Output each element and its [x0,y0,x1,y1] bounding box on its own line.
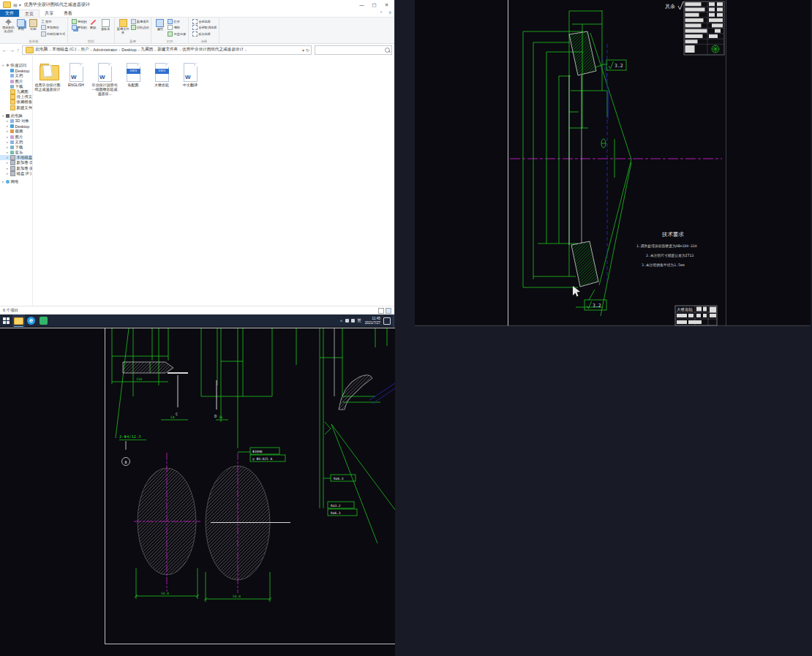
forward-icon[interactable]: → [10,48,15,53]
back-icon[interactable]: ← [2,48,7,53]
quick-access-toolbar-icon[interactable]: ▤ [13,2,18,7]
technical-requirements: 技术要求 1.调质处理后齿面硬度为HB=180-210 2.未注明尺寸精度公差为… [636,231,697,268]
maximize-button[interactable]: ▢ [368,1,380,10]
delete-button[interactable]: 删除 [87,18,99,30]
file-item-doc[interactable]: W 中文翻译 [177,63,203,87]
cut-button[interactable]: 剪切 [41,18,65,25]
history-button[interactable]: 历史记录 [168,31,186,37]
sidebar-item-desktop[interactable]: ▸Desktop [0,124,32,129]
paste-shortcut-button[interactable]: 粘贴快捷方式 [41,31,65,37]
svg-text:Φ30H8: Φ30H8 [252,450,263,453]
rename-button[interactable]: 重命名 [99,18,112,31]
tray-network-icon[interactable] [345,319,349,323]
tab-home[interactable]: 主页 [19,10,40,17]
invert-selection-button[interactable]: 反向选择 [192,31,217,37]
folder-icon [40,65,59,80]
breadcrumb-segment[interactable]: 用户 [80,47,89,53]
details-view-icon[interactable] [378,308,384,314]
select-all-button[interactable]: 全部选择 [192,18,217,25]
tab-spacer [78,10,377,17]
select-none-button[interactable]: 全部取消选择 [192,25,217,31]
minimize-button[interactable]: — [356,1,368,10]
sidebar-item-desktop[interactable]: Desktop [0,68,32,73]
new-folder-button[interactable]: 新建文件夹 [117,18,129,34]
sidebar-quick-access[interactable]: ▾快速访问 [0,63,32,68]
address-dropdown-icon[interactable]: ▾ [302,48,304,53]
breadcrumb-segment[interactable]: 此电脑 [35,47,49,53]
sidebar-item-pictures[interactable]: ▸图片 [0,134,32,139]
sidebar-item-3d-objects[interactable]: ▸3D 对象 [0,118,32,124]
file-item-doc[interactable]: W 毕业设计说明书一级圆锥齿轮减速器设... [91,63,118,96]
easy-access-button[interactable]: 轻松访问 [131,25,149,31]
copy-path-button[interactable]: 复制路径 [41,25,65,31]
collapse-ribbon-icon[interactable]: ⌃ [377,10,386,17]
sidebar-item-volume-e[interactable]: ▸新加卷 (E:) [0,166,32,171]
refresh-icon[interactable]: ↻ [306,48,309,53]
sidebar-item-folder[interactable]: 收藏模板大概图纸 [0,99,32,105]
move-to-icon [72,19,77,24]
breadcrumb-segment[interactable]: 九藏图 [140,47,154,53]
file-item-doc[interactable]: W ENGLISH [63,63,89,87]
sidebar-item-local-disk-c[interactable]: ▸本地磁盘 (C:) [0,155,32,160]
sidebar-item-documents[interactable]: ▸文档 [0,140,32,145]
file-item-folder[interactable]: 优秀毕业设计图纸之减速器设计 [34,63,61,91]
tab-view[interactable]: 查看 [59,10,78,17]
sidebar-item-videos[interactable]: ▸视频 [0,129,32,134]
navigation-pane: ▾快速访问 Desktop 文档 图片 下载 九藏图 待上传文件 收藏模板大概图… [0,54,33,306]
select-none-icon [192,25,198,30]
breadcrumb-segment[interactable]: 新建文件夹 [157,47,178,53]
breadcrumb[interactable]: 此电脑› 本地磁盘 (C:)› 用户› Administrator› Deskt… [22,45,312,55]
quick-access-dropdown-icon[interactable]: ▾ [19,2,21,7]
new-item-button[interactable]: 新建项目 [131,18,149,25]
large-icons-view-icon[interactable] [386,308,391,314]
file-item-dwg[interactable]: DWG 装配图 [120,63,146,87]
breadcrumb-segment[interactable]: 本地磁盘 (C:) [51,47,77,53]
search-input[interactable] [315,45,392,55]
ime-indicator[interactable]: 英 [356,318,363,323]
sidebar-item-folder[interactable]: 待上传文件 [0,94,32,99]
tray-expand-icon[interactable]: ˄ [339,319,345,323]
breadcrumb-segment[interactable]: 优秀毕业设计图纸代之减速器设计 [181,47,244,53]
sidebar-item-downloads[interactable]: 下载 [0,84,32,89]
surface-finish-note: 其余 [665,1,683,10]
tray-volume-icon[interactable] [351,319,355,323]
copy-to-button[interactable]: 复制到 [72,25,87,31]
breadcrumb-segment[interactable]: Administrator [92,48,118,52]
taskbar-file-explorer[interactable] [12,314,25,327]
history-icon [168,31,173,37]
properties-button[interactable]: 属性 [154,18,166,31]
clock[interactable]: 11:45 2021/7/27 [363,317,383,325]
sidebar-item-disk-f[interactable]: ▸磁盘 (F:) [0,171,32,176]
taskbar-edge[interactable]: e [25,314,37,327]
new-folder-icon [119,19,127,27]
edit-button[interactable]: 编辑 [168,25,186,31]
sidebar-item-folder[interactable]: 新建文件夹 [0,105,32,110]
sidebar-network[interactable]: ▸网络 [0,179,32,184]
action-center-icon[interactable] [383,317,391,325]
sidebar-item-pictures[interactable]: 图片 [0,79,32,84]
sidebar-item-documents[interactable]: 文档 [0,73,32,78]
start-button[interactable] [0,314,12,327]
sidebar-item-folder[interactable]: 九藏图 [0,89,32,94]
move-to-button[interactable]: 移动到 [72,18,87,25]
taskbar-app-green[interactable] [37,314,50,327]
paste-button[interactable]: 粘贴 [27,18,40,31]
dwg-file-icon: DWG [127,63,140,82]
up-icon[interactable]: ↑ [17,48,20,53]
cad-window-bevel-gear: 3.2 3.2 技术要求 1.调质处理后齿面硬度为HB=180-210 2.未注… [415,0,811,326]
breadcrumb-segment[interactable]: Desktop [121,48,138,52]
sidebar-this-pc[interactable]: ▾此电脑 [0,113,32,118]
sidebar-item-volume-d[interactable]: ▸新加卷 (D:) [0,160,32,165]
parameter-table [684,1,724,55]
tab-file[interactable]: 文件 [0,10,19,17]
close-button[interactable]: ✕ [380,1,393,10]
file-item-dwg[interactable]: DWG 大锥齿轮 [149,63,175,87]
help-icon[interactable]: ? [386,10,394,17]
sidebar-item-music[interactable]: ▸音乐 [0,150,32,155]
pin-to-quick-access-button[interactable]: 固定到快速访问 [2,18,15,33]
copy-button[interactable]: 复制 [15,18,27,31]
tab-share[interactable]: 共享 [40,10,59,17]
show-desktop-button[interactable] [393,314,395,327]
sidebar-item-downloads[interactable]: ▸下载 [0,145,32,150]
open-button[interactable]: 打开 [168,18,186,25]
